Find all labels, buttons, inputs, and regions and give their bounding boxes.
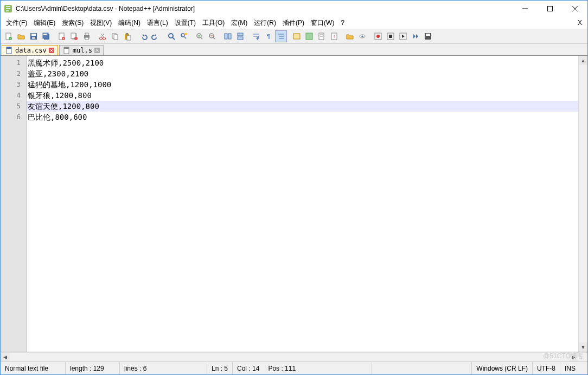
text-editor[interactable]: 黑魔术师,2500,2100盖亚,2300,2100猛犸的墓地,1200,100… xyxy=(27,56,578,352)
status-mode[interactable]: INS xyxy=(560,362,587,374)
menu-view[interactable]: 视图(V) xyxy=(87,17,115,29)
doc-list-icon[interactable] xyxy=(316,30,328,42)
paste-icon[interactable] xyxy=(122,30,133,42)
menu-encoding[interactable]: 编码(N) xyxy=(115,17,144,29)
menu-language[interactable]: 语言(L) xyxy=(144,17,171,29)
find-icon[interactable] xyxy=(165,30,177,42)
tab-mul-s[interactable]: mul.s xyxy=(59,45,104,55)
menu-file[interactable]: 文件(F) xyxy=(3,17,30,29)
menu-edit[interactable]: 编辑(E) xyxy=(30,17,59,29)
menu-search[interactable]: 搜索(S) xyxy=(59,17,87,29)
menu-plugins[interactable]: 插件(P) xyxy=(279,17,308,29)
svg-rect-73 xyxy=(64,47,69,49)
menu-window[interactable]: 窗口(W) xyxy=(308,17,337,29)
play-macro-icon[interactable] xyxy=(397,30,409,42)
close-all-icon[interactable] xyxy=(68,30,80,42)
open-file-icon[interactable] xyxy=(15,30,27,42)
menu-settings[interactable]: 设置(T) xyxy=(171,17,199,29)
status-pos: Pos : 111 xyxy=(264,362,372,374)
menu-tools[interactable]: 工具(O) xyxy=(199,17,228,29)
line-number-gutter[interactable]: 123456 xyxy=(1,56,27,352)
cut-icon[interactable] xyxy=(97,30,108,42)
svg-point-34 xyxy=(181,34,184,37)
menu-help[interactable]: ? xyxy=(337,18,348,28)
status-ln: Ln : 5 xyxy=(207,362,233,374)
tab-data-csv[interactable]: data.csv xyxy=(2,45,58,55)
line-number[interactable]: 2 xyxy=(1,68,26,79)
stop-macro-icon[interactable] xyxy=(385,30,397,42)
line-number[interactable]: 1 xyxy=(1,57,26,68)
status-encoding[interactable]: UTF-8 xyxy=(533,362,560,374)
scroll-track[interactable] xyxy=(10,353,569,361)
app-window: C:\Users\Admin\Desktop\data.csv - Notepa… xyxy=(0,0,588,375)
show-chars-icon[interactable]: ¶ xyxy=(263,30,274,42)
statusbar: Normal text file length : 129 lines : 6 … xyxy=(1,361,587,374)
func-list-icon[interactable]: f xyxy=(328,30,340,42)
monitor-icon[interactable] xyxy=(356,30,368,42)
editor-line[interactable]: 黑魔术师,2500,2100 xyxy=(27,57,578,68)
tab-close-icon[interactable] xyxy=(49,48,54,53)
menu-macro[interactable]: 宏(M) xyxy=(228,17,251,29)
file-icon xyxy=(63,47,71,54)
userlang-icon[interactable] xyxy=(291,30,303,42)
svg-rect-30 xyxy=(126,33,128,35)
print-icon[interactable] xyxy=(81,30,93,42)
svg-point-24 xyxy=(103,37,106,40)
line-number[interactable]: 4 xyxy=(1,90,26,101)
editor-line[interactable]: 友谊天使,1200,800 xyxy=(27,101,578,112)
play-multi-icon[interactable] xyxy=(410,30,421,42)
indent-guide-icon[interactable] xyxy=(275,30,287,42)
replace-icon[interactable] xyxy=(178,30,190,42)
word-wrap-icon[interactable] xyxy=(250,30,262,42)
sync-hscroll-icon[interactable] xyxy=(234,30,246,42)
titlebar[interactable]: C:\Users\Admin\Desktop\data.csv - Notepa… xyxy=(1,1,587,17)
svg-rect-21 xyxy=(85,33,88,35)
editor-line[interactable]: 巴比伦,800,600 xyxy=(27,112,578,122)
svg-line-41 xyxy=(213,37,215,39)
save-all-icon[interactable] xyxy=(40,30,52,42)
redo-icon[interactable] xyxy=(150,30,162,42)
scroll-track[interactable] xyxy=(579,65,587,342)
svg-rect-46 xyxy=(238,37,243,40)
vertical-scrollbar[interactable]: ▲ ▼ xyxy=(578,56,587,352)
record-macro-icon[interactable] xyxy=(372,30,384,42)
new-file-icon[interactable]: + xyxy=(3,30,15,42)
status-lines: lines : 6 xyxy=(120,362,207,374)
folder-icon[interactable] xyxy=(344,30,356,42)
minimize-button[interactable] xyxy=(513,1,538,17)
editor-line[interactable]: 银牙狼,1200,800 xyxy=(27,90,578,101)
close-button[interactable] xyxy=(563,1,587,17)
svg-rect-2 xyxy=(548,7,553,11)
sync-vscroll-icon[interactable] xyxy=(222,30,234,42)
editor-line[interactable]: 盖亚,2300,2100 xyxy=(27,68,578,79)
svg-point-61 xyxy=(376,35,380,38)
svg-rect-10 xyxy=(32,37,35,39)
scroll-down-icon[interactable]: ▼ xyxy=(579,342,587,352)
svg-line-33 xyxy=(172,37,175,40)
tab-close-icon[interactable] xyxy=(94,48,100,53)
maximize-button[interactable] xyxy=(538,1,563,17)
svg-rect-45 xyxy=(238,33,243,36)
zoom-in-icon[interactable] xyxy=(194,30,206,42)
copy-icon[interactable] xyxy=(109,30,121,42)
doc-map-icon[interactable] xyxy=(303,30,315,42)
status-length: length : 129 xyxy=(66,362,120,374)
scroll-up-icon[interactable]: ▲ xyxy=(579,56,587,65)
save-macro-icon[interactable] xyxy=(422,30,434,42)
line-number[interactable]: 6 xyxy=(1,112,26,122)
scroll-left-icon[interactable]: ◀ xyxy=(1,353,10,361)
status-eol[interactable]: Windows (CR LF) xyxy=(471,362,533,374)
horizontal-scrollbar[interactable]: ◀ ▶ xyxy=(1,352,587,361)
svg-rect-13 xyxy=(43,34,47,35)
svg-text:×: × xyxy=(63,37,65,40)
menu-close-button[interactable]: X xyxy=(574,18,585,28)
line-number[interactable]: 5 xyxy=(1,101,26,112)
line-number[interactable]: 3 xyxy=(1,79,26,90)
editor-line[interactable]: 猛犸的墓地,1200,1000 xyxy=(27,79,578,90)
close-file-icon[interactable]: × xyxy=(56,30,68,42)
save-icon[interactable] xyxy=(28,30,40,42)
menu-run[interactable]: 运行(R) xyxy=(251,17,279,29)
svg-rect-9 xyxy=(31,34,36,36)
undo-icon[interactable] xyxy=(137,30,149,42)
zoom-out-icon[interactable] xyxy=(206,30,218,42)
